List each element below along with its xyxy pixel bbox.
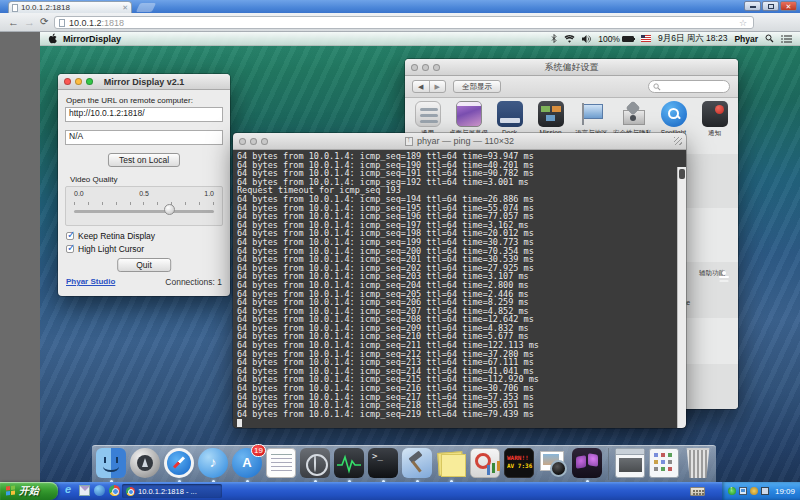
minimize-traffic-light[interactable]	[250, 138, 257, 145]
dock-itunes-icon[interactable]	[198, 448, 228, 478]
back-icon[interactable]: ◀	[413, 81, 430, 92]
url-port: :1818	[102, 18, 125, 28]
secondary-url-field[interactable]: N/A	[65, 130, 223, 145]
preferences-search-field[interactable]	[648, 80, 730, 93]
dock-network-utility-icon[interactable]	[300, 448, 330, 478]
slider-track[interactable]	[74, 210, 214, 213]
mail-icon[interactable]	[79, 485, 90, 496]
remote-url-field[interactable]: http://10.0.1.2:1818/	[65, 107, 223, 122]
internet-explorer-icon[interactable]	[64, 485, 75, 496]
menu-bar-clock[interactable]: 9月6日 周六 18:23	[658, 33, 727, 45]
tray-network-icon[interactable]	[739, 487, 747, 495]
notification-center-icon[interactable]	[781, 35, 792, 43]
battery-percent: 100%	[598, 34, 620, 44]
mac-menu-bar: MirrorDisplay 100% 9月6日 周六 18:23 Phyar	[40, 32, 800, 46]
desktop-screensaver-icon	[456, 101, 482, 127]
resize-icon[interactable]	[674, 137, 682, 145]
input-source-flag-icon[interactable]	[641, 35, 651, 42]
tray-update-icon[interactable]	[728, 487, 736, 495]
zoom-traffic-light[interactable]	[433, 64, 440, 71]
minimize-traffic-light[interactable]	[422, 64, 429, 71]
mac-dock: 19 WARN!!AV 7:36	[92, 445, 716, 482]
close-traffic-light[interactable]	[64, 78, 71, 85]
spotlight-search-icon[interactable]	[765, 34, 774, 43]
volume-icon[interactable]	[582, 35, 591, 43]
browser-toolbar: ← → ⟳ 10.0.1.2:1818 ☆ ≡	[0, 13, 800, 32]
wifi-icon[interactable]	[564, 35, 575, 43]
keep-retina-checkbox[interactable]: ✓ Keep Retina Display	[66, 231, 155, 241]
show-all-button[interactable]: 全部显示	[453, 80, 501, 93]
slider-ticks	[74, 202, 214, 205]
dock-activity-monitor-icon[interactable]	[334, 448, 364, 478]
chrome-icon[interactable]	[109, 485, 120, 496]
media-player-icon[interactable]	[94, 485, 105, 496]
bookmark-star-icon[interactable]: ☆	[739, 18, 747, 28]
tab-title: 10.0.1.2:1818	[21, 3, 119, 12]
window-minimize-button[interactable]	[744, 1, 761, 11]
apple-menu-icon[interactable]	[48, 33, 57, 44]
forward-icon[interactable]: →	[24, 15, 35, 29]
user-menu[interactable]: Phyar	[734, 34, 758, 44]
high-light-cursor-checkbox[interactable]: ✓ High Light Cursor	[66, 244, 144, 254]
dock-imovie-icon[interactable]	[572, 448, 602, 478]
taskbar-chrome-task-button[interactable]: 10.0.1.2:1818 - ...	[122, 484, 222, 498]
system-preferences-titlebar[interactable]: 系统偏好设置	[405, 59, 738, 76]
warn-time-text: AV 7:36	[507, 462, 532, 469]
pref-notifications[interactable]: 通知	[694, 101, 735, 154]
close-traffic-light[interactable]	[411, 64, 418, 71]
dock-documents-stack-icon[interactable]	[649, 448, 679, 478]
back-icon[interactable]: ←	[8, 15, 19, 29]
window-maximize-button[interactable]	[762, 1, 779, 11]
zoom-traffic-light[interactable]	[86, 78, 93, 85]
dock-stickies-icon[interactable]	[436, 448, 466, 478]
taskbar-clock[interactable]: 19:09	[775, 487, 795, 496]
dock-textedit-icon[interactable]	[266, 448, 296, 478]
address-bar[interactable]: 10.0.1.2:1818 ☆	[54, 16, 754, 29]
system-preferences-toolbar: ◀▶ 全部显示	[405, 76, 738, 98]
security-privacy-house-icon	[620, 101, 646, 127]
system-tray: 19:09	[722, 482, 800, 500]
nav-back-forward[interactable]: ◀▶	[412, 80, 446, 93]
battery-indicator[interactable]: 100%	[598, 34, 634, 44]
terminal-titlebar[interactable]: phyar — ping — 110×32	[233, 133, 686, 150]
dock-trash-icon[interactable]	[683, 448, 713, 478]
forward-icon[interactable]: ▶	[430, 81, 446, 92]
dock-terminal-icon[interactable]	[368, 448, 398, 478]
url-host: 10.0.1.2	[69, 18, 102, 28]
dock-warning-widget-icon[interactable]: WARN!!AV 7:36	[504, 448, 534, 478]
start-button[interactable]: 开始	[0, 482, 58, 500]
window-close-button[interactable]: ✕	[780, 1, 797, 11]
test-on-local-button[interactable]: Test on Local	[108, 153, 180, 167]
close-traffic-light[interactable]	[239, 138, 246, 145]
dock-finder-icon[interactable]	[96, 448, 126, 478]
dock-photo-booth-icon[interactable]	[538, 448, 568, 478]
minimize-traffic-light[interactable]	[75, 78, 82, 85]
terminal-doc-icon	[405, 137, 413, 146]
dock-xcode-icon[interactable]	[402, 448, 432, 478]
tab-close-icon[interactable]: ✕	[122, 4, 128, 11]
dock-app-store-icon[interactable]: 19	[232, 448, 262, 478]
pref-accessibility[interactable]: 辅助功能	[692, 267, 732, 276]
dock-minimized-window-icon[interactable]	[615, 448, 645, 478]
tray-display-icon[interactable]	[761, 487, 769, 495]
phyar-studio-link[interactable]: Phyar Studio	[66, 277, 115, 286]
dock-launchpad-icon[interactable]	[130, 448, 160, 478]
active-app-menu[interactable]: MirrorDisplay	[63, 34, 121, 44]
scrollbar-thumb[interactable]	[679, 169, 685, 179]
slider-thumb[interactable]	[164, 204, 175, 215]
reload-icon[interactable]: ⟳	[40, 15, 48, 29]
quit-button[interactable]: Quit	[117, 258, 171, 272]
terminal-content[interactable]: 64 bytes from 10.0.1.4: icmp_seq=189 ttl…	[233, 150, 686, 428]
mirror-display-titlebar[interactable]: Mirror Display v2.1	[58, 74, 230, 90]
browser-tab[interactable]: 10.0.1.2:1818 ✕	[8, 1, 132, 13]
language-bar-icon[interactable]	[690, 487, 705, 496]
tray-security-icon[interactable]	[750, 487, 758, 495]
bluetooth-icon[interactable]	[551, 34, 557, 43]
new-tab-button[interactable]	[136, 3, 156, 12]
spotlight-magnifier-icon	[661, 101, 687, 127]
dock-dashboard-icon[interactable]	[470, 448, 500, 478]
dock-safari-icon[interactable]	[164, 448, 194, 478]
windows-taskbar: 开始 10.0.1.2:1818 - ... 19:09	[0, 482, 800, 500]
zoom-traffic-light[interactable]	[261, 138, 268, 145]
terminal-scrollbar[interactable]	[677, 167, 686, 428]
